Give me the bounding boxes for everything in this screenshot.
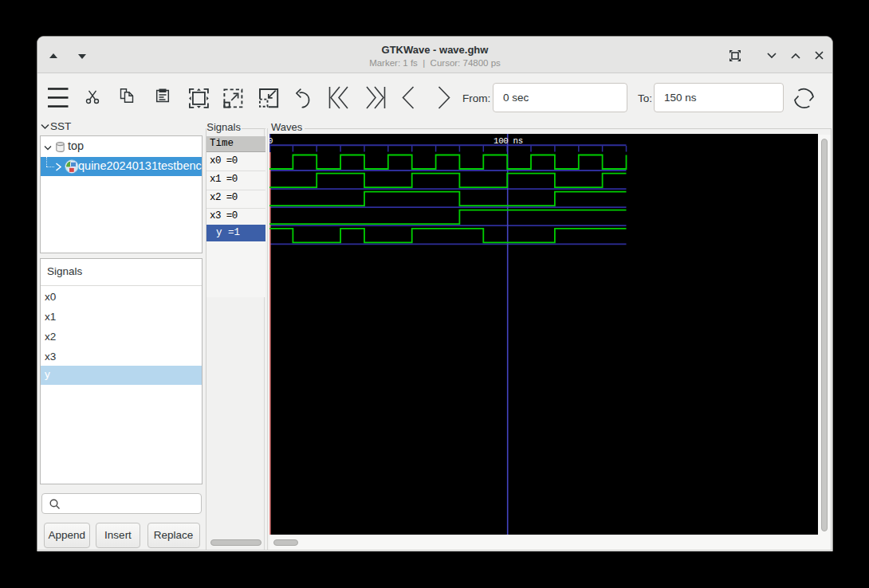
svg-text:100 ns: 100 ns	[493, 136, 523, 146]
svg-text:0: 0	[269, 136, 273, 146]
